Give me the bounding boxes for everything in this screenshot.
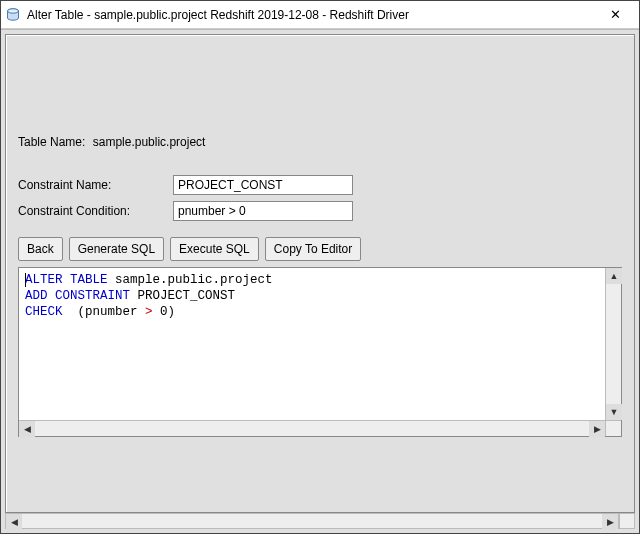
sql-scroll-corner (605, 420, 621, 436)
scroll-left-icon[interactable]: ◀ (19, 421, 35, 437)
table-name-row: Table Name: sample.public.project (18, 135, 622, 149)
svg-point-1 (8, 8, 19, 12)
constraint-condition-label: Constraint Condition: (18, 204, 173, 218)
titlebar[interactable]: Alter Table - sample.public.project Reds… (1, 1, 639, 29)
panel-horizontal-scrollbar[interactable]: ◀ ▶ (5, 513, 619, 529)
constraint-name-row: Constraint Name: (18, 175, 622, 195)
content-panel: Table Name: sample.public.project Constr… (5, 34, 635, 513)
sql-obj: sample.public.project (115, 273, 273, 287)
execute-sql-button[interactable]: Execute SQL (170, 237, 259, 261)
sql-horizontal-scrollbar[interactable]: ◀ ▶ (19, 420, 605, 436)
sql-kw-check: CHECK (25, 305, 63, 319)
scroll-right-icon[interactable]: ▶ (589, 421, 605, 437)
sql-check-open: (pnumber (63, 305, 146, 319)
sql-text[interactable]: ALTER TABLE sample.public.project ADD CO… (19, 268, 605, 420)
sql-kw-alter-table: ALTER TABLE (25, 273, 108, 287)
table-name-value: sample.public.project (93, 135, 206, 149)
constraint-condition-row: Constraint Condition: (18, 201, 622, 221)
constraint-name-input[interactable] (173, 175, 353, 195)
sql-op-gt: > (145, 305, 153, 319)
constraint-name-label: Constraint Name: (18, 178, 173, 192)
scroll-down-icon[interactable]: ▼ (606, 404, 622, 420)
scroll-up-icon[interactable]: ▲ (606, 268, 622, 284)
close-icon: ✕ (610, 7, 621, 22)
outer-panel: Table Name: sample.public.project Constr… (1, 29, 639, 533)
database-icon (5, 7, 21, 23)
sql-kw-add-constraint: ADD CONSTRAINT (25, 289, 130, 303)
scroll-left-icon[interactable]: ◀ (6, 514, 22, 530)
button-row: Back Generate SQL Execute SQL Copy To Ed… (18, 237, 622, 261)
table-name-label: Table Name: (18, 135, 85, 149)
constraint-condition-input[interactable] (173, 201, 353, 221)
sql-const-name: PROJECT_CONST (138, 289, 236, 303)
sql-vertical-scrollbar[interactable]: ▲ ▼ (605, 268, 621, 420)
dialog-window: Alter Table - sample.public.project Reds… (0, 0, 640, 534)
panel-scroll-corner (619, 513, 635, 529)
generate-sql-button[interactable]: Generate SQL (69, 237, 164, 261)
sql-check-close: 0) (153, 305, 176, 319)
window-title: Alter Table - sample.public.project Reds… (27, 8, 595, 22)
back-button[interactable]: Back (18, 237, 63, 261)
scroll-right-icon[interactable]: ▶ (602, 514, 618, 530)
sql-editor[interactable]: ALTER TABLE sample.public.project ADD CO… (18, 267, 622, 437)
copy-to-editor-button[interactable]: Copy To Editor (265, 237, 362, 261)
close-button[interactable]: ✕ (595, 2, 635, 28)
